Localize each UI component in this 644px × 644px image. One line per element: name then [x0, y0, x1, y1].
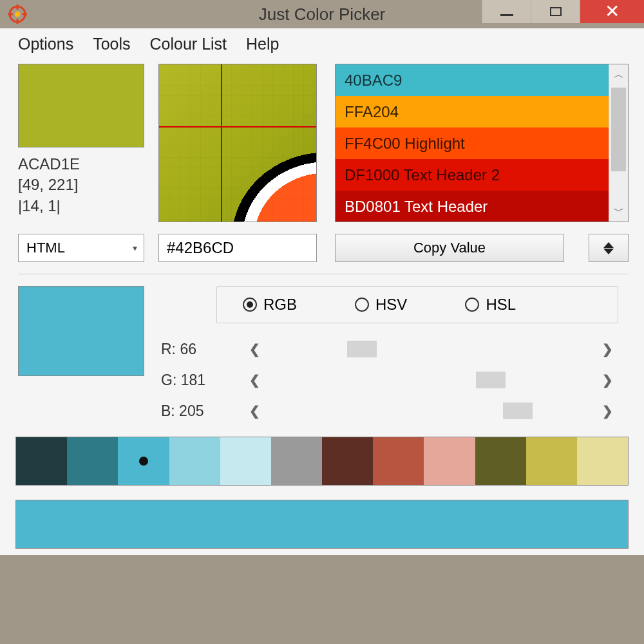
- crosshair-vertical: [221, 64, 222, 222]
- slider-thumb[interactable]: [347, 341, 377, 357]
- palette-swatch[interactable]: [475, 437, 526, 485]
- menu-colour-list[interactable]: Colour List: [150, 35, 227, 53]
- minimize-button[interactable]: [482, 0, 531, 23]
- close-button[interactable]: ✕: [580, 0, 644, 23]
- title-bar: Just Color Picker ✕: [0, 0, 644, 28]
- radio-hsv[interactable]: HSV: [355, 296, 407, 314]
- scroll-thumb[interactable]: [611, 88, 626, 171]
- svg-point-1: [15, 12, 20, 17]
- slider-thumb[interactable]: [503, 402, 533, 419]
- slider-track[interactable]: [273, 402, 589, 419]
- magnifier-view: [158, 64, 317, 222]
- menu-bar: Options Tools Colour List Help: [0, 28, 644, 61]
- gradient-bar[interactable]: [15, 500, 629, 549]
- channel-label: G: 181: [158, 372, 236, 389]
- palette-swatch[interactable]: [118, 437, 169, 485]
- radio-hsv-label: HSV: [375, 296, 407, 314]
- divider: [18, 274, 629, 274]
- radio-hsl[interactable]: HSL: [465, 296, 516, 314]
- slider-row-r: R: 66❮❯: [158, 334, 618, 365]
- color-value-text: #42B6CD: [167, 239, 234, 257]
- color-value-input[interactable]: #42B6CD: [158, 234, 317, 262]
- colour-list-item[interactable]: FFA204: [336, 96, 609, 128]
- palette-swatch[interactable]: [526, 437, 577, 485]
- slider-increment[interactable]: ❯: [596, 403, 618, 419]
- colour-list-scrollbar[interactable]: ︿ ﹀: [609, 64, 628, 222]
- picked-screen-pos: [49, 221]: [18, 175, 144, 195]
- triangle-down-icon: [603, 249, 614, 254]
- harmony-palette: [15, 437, 629, 486]
- format-selected: HTML: [26, 240, 65, 256]
- triangle-up-icon: [603, 242, 614, 248]
- chevron-down-icon: ▾: [133, 243, 137, 253]
- channel-label: B: 205: [158, 402, 236, 420]
- color-mode-radio-group: RGB HSV HSL: [216, 286, 618, 323]
- maximize-button[interactable]: [531, 0, 580, 23]
- radio-dot-icon: [355, 298, 369, 312]
- picked-color-swatch: [18, 64, 144, 147]
- copy-value-button[interactable]: Copy Value: [335, 234, 564, 262]
- colour-list-item[interactable]: FF4C00 Highlight: [336, 128, 609, 159]
- radio-dot-icon: [465, 298, 479, 312]
- slider-increment[interactable]: ❯: [596, 341, 618, 357]
- picked-hex: ACAD1E: [18, 154, 144, 175]
- sort-button[interactable]: [589, 234, 629, 262]
- colour-list: 40BAC9FFA204FF4C00 HighlightDF1000 Text …: [335, 64, 629, 222]
- palette-swatch[interactable]: [271, 437, 322, 485]
- palette-swatch[interactable]: [577, 437, 628, 485]
- radio-rgb[interactable]: RGB: [243, 296, 297, 314]
- radio-dot-icon: [243, 298, 257, 312]
- menu-options[interactable]: Options: [18, 35, 73, 53]
- menu-help[interactable]: Help: [246, 35, 279, 53]
- scroll-up-icon[interactable]: ︿: [609, 64, 628, 85]
- slider-track[interactable]: [273, 341, 589, 357]
- selected-color-swatch: [18, 286, 144, 376]
- app-icon: [8, 5, 27, 24]
- crosshair-horizontal: [159, 126, 316, 128]
- palette-swatch[interactable]: [424, 437, 475, 485]
- slider-decrement[interactable]: ❮: [243, 341, 265, 357]
- slider-thumb[interactable]: [476, 372, 506, 388]
- colour-list-item[interactable]: 40BAC9: [336, 64, 609, 96]
- palette-swatch[interactable]: [67, 437, 118, 485]
- palette-swatch[interactable]: [169, 437, 220, 485]
- slider-track[interactable]: [273, 372, 589, 388]
- format-dropdown[interactable]: HTML ▾: [18, 234, 144, 262]
- picked-pixel-pos: |14, 1|: [18, 196, 144, 216]
- menu-tools[interactable]: Tools: [93, 35, 130, 53]
- slider-decrement[interactable]: ❮: [243, 372, 265, 388]
- colour-list-item[interactable]: DF1000 Text Header 2: [336, 159, 609, 191]
- slider-row-g: G: 181❮❯: [158, 365, 618, 395]
- radio-rgb-label: RGB: [263, 296, 297, 314]
- palette-swatch[interactable]: [16, 437, 67, 485]
- radio-hsl-label: HSL: [486, 296, 516, 314]
- picked-color-info: ACAD1E [49, 221] |14, 1|: [18, 154, 144, 216]
- palette-swatch[interactable]: [373, 437, 424, 485]
- copy-value-label: Copy Value: [413, 240, 486, 256]
- channel-label: R: 66: [158, 341, 236, 358]
- colour-list-item[interactable]: BD0801 Text Header: [336, 191, 609, 222]
- palette-swatch[interactable]: [220, 437, 271, 485]
- slider-row-b: B: 205❮❯: [158, 395, 618, 426]
- slider-decrement[interactable]: ❮: [243, 403, 265, 419]
- slider-increment[interactable]: ❯: [596, 372, 618, 388]
- scroll-down-icon[interactable]: ﹀: [609, 201, 628, 222]
- palette-swatch[interactable]: [322, 437, 373, 485]
